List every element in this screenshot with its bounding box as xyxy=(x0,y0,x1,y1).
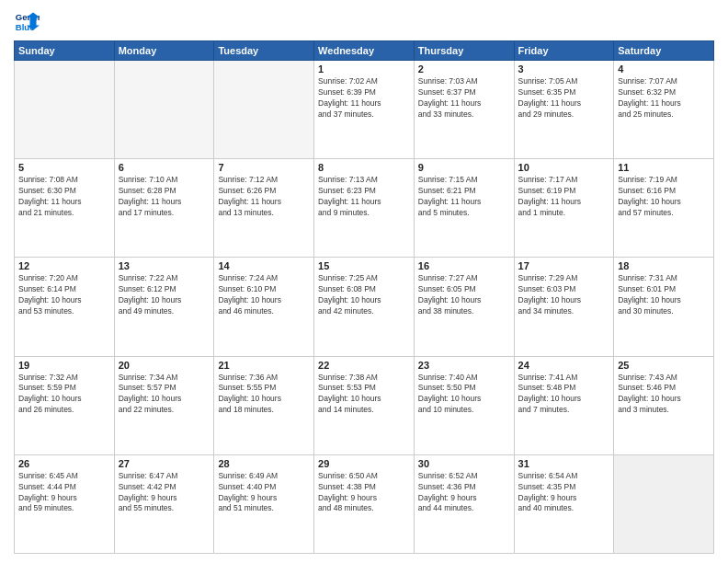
day-number: 13 xyxy=(119,260,210,271)
calendar-cell: 10Sunrise: 7:17 AMSunset: 6:19 PMDayligh… xyxy=(514,159,614,258)
day-number: 31 xyxy=(518,458,610,469)
calendar-cell: 19Sunrise: 7:32 AMSunset: 5:59 PMDayligh… xyxy=(15,356,115,454)
day-number: 7 xyxy=(218,162,310,173)
day-info: Sunrise: 7:32 AMSunset: 5:59 PMDaylight:… xyxy=(18,373,110,417)
day-number: 10 xyxy=(518,162,610,173)
day-info: Sunrise: 7:25 AMSunset: 6:08 PMDaylight:… xyxy=(318,273,410,317)
day-info: Sunrise: 7:12 AMSunset: 6:26 PMDaylight:… xyxy=(218,175,310,219)
day-info: Sunrise: 7:10 AMSunset: 6:28 PMDaylight:… xyxy=(119,175,210,219)
calendar-cell: 12Sunrise: 7:20 AMSunset: 6:14 PMDayligh… xyxy=(15,258,115,356)
header: General Blue xyxy=(14,9,714,35)
day-number: 9 xyxy=(418,162,510,173)
calendar-week-3: 12Sunrise: 7:20 AMSunset: 6:14 PMDayligh… xyxy=(15,258,714,356)
day-number: 14 xyxy=(218,260,310,271)
calendar-cell: 29Sunrise: 6:50 AMSunset: 4:38 PMDayligh… xyxy=(314,454,415,553)
day-info: Sunrise: 7:08 AMSunset: 6:30 PMDaylight:… xyxy=(18,175,110,219)
day-number: 29 xyxy=(318,458,410,469)
day-number: 21 xyxy=(218,360,310,371)
weekday-header-row: SundayMondayTuesdayWednesdayThursdayFrid… xyxy=(15,41,714,61)
calendar-week-5: 26Sunrise: 6:45 AMSunset: 4:44 PMDayligh… xyxy=(15,454,714,553)
day-info: Sunrise: 6:50 AMSunset: 4:38 PMDaylight:… xyxy=(318,471,410,515)
day-number: 2 xyxy=(418,63,510,75)
day-info: Sunrise: 6:45 AMSunset: 4:44 PMDaylight:… xyxy=(18,471,110,515)
calendar-cell: 16Sunrise: 7:27 AMSunset: 6:05 PMDayligh… xyxy=(414,258,514,356)
calendar-cell: 14Sunrise: 7:24 AMSunset: 6:10 PMDayligh… xyxy=(214,258,314,356)
calendar-cell: 1Sunrise: 7:02 AMSunset: 6:39 PMDaylight… xyxy=(314,61,415,159)
calendar-cell: 20Sunrise: 7:34 AMSunset: 5:57 PMDayligh… xyxy=(114,356,214,454)
calendar-week-1: 1Sunrise: 7:02 AMSunset: 6:39 PMDaylight… xyxy=(15,61,714,159)
day-info: Sunrise: 7:13 AMSunset: 6:23 PMDaylight:… xyxy=(318,175,410,219)
day-number: 4 xyxy=(618,63,710,75)
day-info: Sunrise: 7:07 AMSunset: 6:32 PMDaylight:… xyxy=(618,76,710,121)
calendar-cell: 30Sunrise: 6:52 AMSunset: 4:36 PMDayligh… xyxy=(414,454,514,553)
day-number: 12 xyxy=(18,260,110,271)
calendar-week-2: 5Sunrise: 7:08 AMSunset: 6:30 PMDaylight… xyxy=(15,159,714,258)
weekday-header-friday: Friday xyxy=(514,41,614,61)
day-number: 25 xyxy=(618,360,710,371)
day-info: Sunrise: 7:31 AMSunset: 6:01 PMDaylight:… xyxy=(618,273,710,317)
day-info: Sunrise: 7:19 AMSunset: 6:16 PMDaylight:… xyxy=(618,175,710,219)
calendar-cell: 22Sunrise: 7:38 AMSunset: 5:53 PMDayligh… xyxy=(314,356,415,454)
calendar-cell xyxy=(214,61,314,159)
calendar-cell xyxy=(15,61,115,159)
calendar-cell: 5Sunrise: 7:08 AMSunset: 6:30 PMDaylight… xyxy=(15,159,115,258)
day-number: 8 xyxy=(318,162,410,173)
day-info: Sunrise: 7:17 AMSunset: 6:19 PMDaylight:… xyxy=(518,175,610,219)
calendar-cell: 11Sunrise: 7:19 AMSunset: 6:16 PMDayligh… xyxy=(614,159,714,258)
calendar-cell: 27Sunrise: 6:47 AMSunset: 4:42 PMDayligh… xyxy=(114,454,214,553)
day-number: 30 xyxy=(418,458,510,469)
calendar-cell: 3Sunrise: 7:05 AMSunset: 6:35 PMDaylight… xyxy=(514,61,614,159)
day-number: 26 xyxy=(18,458,110,469)
day-number: 11 xyxy=(618,162,710,173)
day-number: 19 xyxy=(18,360,110,371)
logo-icon: General Blue xyxy=(14,9,40,35)
day-info: Sunrise: 6:49 AMSunset: 4:40 PMDaylight:… xyxy=(218,471,310,515)
day-info: Sunrise: 6:54 AMSunset: 4:35 PMDaylight:… xyxy=(518,471,610,515)
day-info: Sunrise: 7:43 AMSunset: 5:46 PMDaylight:… xyxy=(618,373,710,417)
calendar-cell: 25Sunrise: 7:43 AMSunset: 5:46 PMDayligh… xyxy=(614,356,714,454)
calendar-cell: 8Sunrise: 7:13 AMSunset: 6:23 PMDaylight… xyxy=(314,159,415,258)
day-info: Sunrise: 7:20 AMSunset: 6:14 PMDaylight:… xyxy=(18,273,110,317)
calendar-table: SundayMondayTuesdayWednesdayThursdayFrid… xyxy=(14,40,714,554)
day-info: Sunrise: 7:02 AMSunset: 6:39 PMDaylight:… xyxy=(318,76,410,121)
day-info: Sunrise: 7:29 AMSunset: 6:03 PMDaylight:… xyxy=(518,273,610,317)
day-number: 27 xyxy=(119,458,210,469)
weekday-header-saturday: Saturday xyxy=(614,41,714,61)
weekday-header-sunday: Sunday xyxy=(15,41,115,61)
weekday-header-tuesday: Tuesday xyxy=(214,41,314,61)
day-info: Sunrise: 7:03 AMSunset: 6:37 PMDaylight:… xyxy=(418,76,510,121)
day-info: Sunrise: 6:47 AMSunset: 4:42 PMDaylight:… xyxy=(119,471,210,515)
day-number: 20 xyxy=(119,360,210,371)
page: General Blue SundayMondayTuesdayWednesda… xyxy=(0,0,728,563)
day-number: 16 xyxy=(418,260,510,271)
calendar-cell: 18Sunrise: 7:31 AMSunset: 6:01 PMDayligh… xyxy=(614,258,714,356)
day-info: Sunrise: 7:24 AMSunset: 6:10 PMDaylight:… xyxy=(218,273,310,317)
calendar-cell: 4Sunrise: 7:07 AMSunset: 6:32 PMDaylight… xyxy=(614,61,714,159)
day-number: 1 xyxy=(318,63,410,75)
day-info: Sunrise: 7:27 AMSunset: 6:05 PMDaylight:… xyxy=(418,273,510,317)
day-number: 15 xyxy=(318,260,410,271)
day-number: 6 xyxy=(119,162,210,173)
calendar-cell: 2Sunrise: 7:03 AMSunset: 6:37 PMDaylight… xyxy=(414,61,514,159)
calendar-cell: 31Sunrise: 6:54 AMSunset: 4:35 PMDayligh… xyxy=(514,454,614,553)
day-info: Sunrise: 7:38 AMSunset: 5:53 PMDaylight:… xyxy=(318,373,410,417)
calendar-cell: 21Sunrise: 7:36 AMSunset: 5:55 PMDayligh… xyxy=(214,356,314,454)
calendar-cell: 17Sunrise: 7:29 AMSunset: 6:03 PMDayligh… xyxy=(514,258,614,356)
calendar-cell xyxy=(614,454,714,553)
day-info: Sunrise: 7:36 AMSunset: 5:55 PMDaylight:… xyxy=(218,373,310,417)
logo: General Blue xyxy=(14,9,40,35)
weekday-header-thursday: Thursday xyxy=(414,41,514,61)
day-number: 5 xyxy=(18,162,110,173)
day-number: 3 xyxy=(518,63,610,75)
day-number: 22 xyxy=(318,360,410,371)
calendar-cell: 15Sunrise: 7:25 AMSunset: 6:08 PMDayligh… xyxy=(314,258,415,356)
day-info: Sunrise: 7:41 AMSunset: 5:48 PMDaylight:… xyxy=(518,373,610,417)
day-info: Sunrise: 7:15 AMSunset: 6:21 PMDaylight:… xyxy=(418,175,510,219)
day-info: Sunrise: 7:40 AMSunset: 5:50 PMDaylight:… xyxy=(418,373,510,417)
day-number: 18 xyxy=(618,260,710,271)
calendar-cell: 24Sunrise: 7:41 AMSunset: 5:48 PMDayligh… xyxy=(514,356,614,454)
weekday-header-monday: Monday xyxy=(114,41,214,61)
calendar-cell: 28Sunrise: 6:49 AMSunset: 4:40 PMDayligh… xyxy=(214,454,314,553)
day-number: 23 xyxy=(418,360,510,371)
day-info: Sunrise: 6:52 AMSunset: 4:36 PMDaylight:… xyxy=(418,471,510,515)
